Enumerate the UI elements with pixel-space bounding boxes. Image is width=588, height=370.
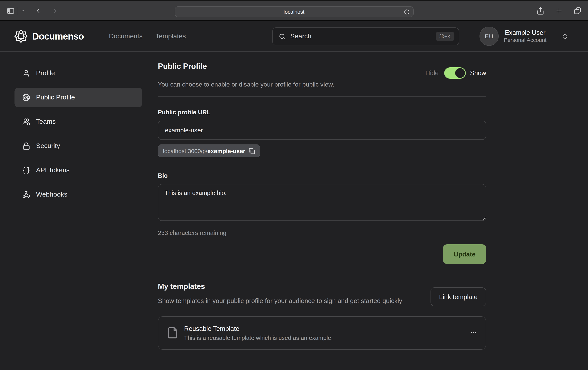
documenso-logo-icon	[14, 30, 27, 43]
sidebar-item-label: Public Profile	[36, 93, 75, 101]
search-icon	[279, 33, 286, 40]
nav-documents[interactable]: Documents	[109, 32, 143, 40]
lock-icon	[22, 142, 30, 150]
template-title: Reusable Template	[184, 325, 333, 332]
toggle-knob	[455, 68, 465, 78]
sidebar-item-label: Webhooks	[36, 191, 67, 198]
my-templates-description: Show templates in your public profile fo…	[158, 296, 416, 306]
application-window: localhost	[0, 0, 588, 370]
template-description: This is a reusable template which is use…	[184, 334, 333, 341]
sidebar-item-teams[interactable]: Teams	[14, 112, 142, 132]
public-profile-panel: Public Profile You can choose to enable …	[158, 52, 486, 349]
nav-templates[interactable]: Templates	[156, 32, 186, 40]
users-icon	[22, 118, 30, 126]
toolbar-divider	[18, 7, 18, 15]
account-name: Example User	[504, 29, 546, 37]
toggle-show-label: Show	[470, 69, 486, 77]
settings-page: Profile Public Profile	[0, 52, 588, 369]
sidebar-item-label: Security	[36, 142, 60, 150]
avatar: EU	[480, 27, 499, 46]
sidebar-item-profile[interactable]: Profile	[14, 63, 142, 83]
app-header: Documenso Documents Templates ⌘+K EU Exa…	[0, 21, 588, 52]
account-menu[interactable]: EU Example User Personal Account	[480, 27, 569, 46]
sidebar-item-public-profile[interactable]: Public Profile	[14, 88, 142, 107]
address-bar[interactable]: localhost	[175, 6, 413, 17]
search-bar[interactable]: ⌘+K	[272, 27, 459, 45]
url-prefix: localhost:3000/p/	[163, 148, 207, 154]
profile-visibility-toggle[interactable]	[444, 67, 466, 79]
browser-forward-button[interactable]	[51, 7, 59, 14]
template-list-item[interactable]: Reusable Template This is a reusable tem…	[158, 316, 486, 349]
documenso-logo[interactable]: Documenso	[14, 30, 84, 43]
browser-back-button[interactable]	[34, 7, 42, 14]
user-icon	[22, 69, 30, 77]
section-divider	[158, 96, 486, 97]
address-bar-url: localhost	[284, 9, 304, 15]
chevron-down-icon	[21, 9, 25, 13]
brand-name: Documenso	[32, 31, 84, 42]
url-field-label: Public profile URL	[158, 109, 486, 116]
link-template-button[interactable]: Link template	[430, 288, 486, 306]
update-button[interactable]: Update	[443, 244, 486, 264]
braces-icon	[22, 166, 30, 174]
sidebar-item-label: Profile	[36, 69, 55, 77]
search-input[interactable]	[290, 32, 435, 40]
reload-icon[interactable]	[404, 9, 410, 15]
search-shortcut-badge: ⌘+K	[435, 32, 454, 41]
share-button[interactable]	[536, 7, 545, 15]
settings-sidebar: Profile Public Profile	[14, 63, 142, 209]
characters-remaining: 233 characters remaining	[158, 229, 486, 236]
browser-toolbar: localhost	[0, 0, 588, 21]
toggle-hide-label: Hide	[425, 69, 439, 77]
new-tab-button[interactable]	[555, 7, 563, 15]
chevrons-up-down-icon	[561, 32, 569, 40]
profile-url-preview: localhost:3000/p/ example-user	[158, 144, 260, 157]
bio-field-label: Bio	[158, 172, 486, 179]
sidebar-item-webhooks[interactable]: Webhooks	[14, 185, 142, 204]
sidebar-item-security[interactable]: Security	[14, 136, 142, 156]
sidebar-item-label: Teams	[36, 118, 56, 126]
public-profile-url-input[interactable]	[158, 121, 486, 140]
main-nav: Documents Templates	[109, 32, 186, 40]
globe-icon	[22, 93, 30, 101]
tab-overview-button[interactable]	[574, 7, 582, 15]
webhook-icon	[22, 191, 30, 198]
file-icon	[167, 326, 179, 340]
page-description: You can choose to enable or disable your…	[158, 81, 486, 88]
account-type: Personal Account	[504, 37, 546, 44]
sidebar-toggle-icon	[6, 6, 15, 15]
copy-icon[interactable]	[249, 148, 255, 154]
url-slug: example-user	[207, 148, 245, 154]
browser-sidebar-button[interactable]	[6, 6, 25, 15]
sidebar-item-label: API Tokens	[36, 166, 70, 174]
bio-textarea[interactable]: This is an example bio.	[158, 184, 486, 221]
ellipsis-menu-icon[interactable]	[469, 329, 478, 337]
sidebar-item-api-tokens[interactable]: API Tokens	[14, 161, 142, 180]
